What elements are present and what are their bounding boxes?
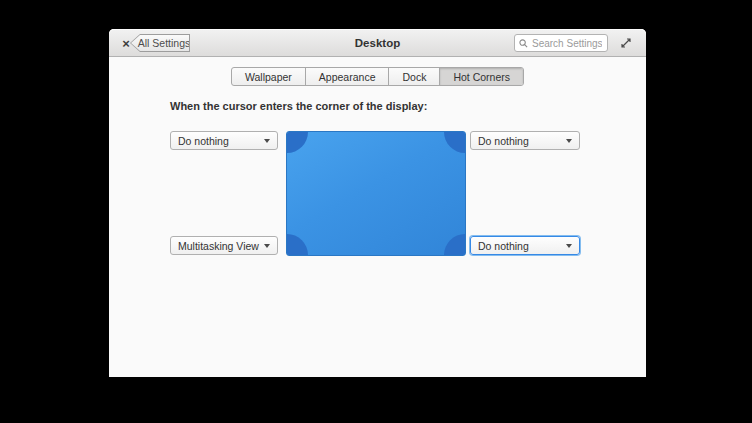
display-preview [286,131,466,256]
search-icon [519,39,528,48]
hot-corner-indicator-bottom-left [286,234,308,256]
tab-dock[interactable]: Dock [389,68,440,85]
dropdown-value: Do nothing [478,240,529,252]
chevron-down-icon [566,244,572,248]
bottom-right-corner-dropdown[interactable]: Do nothing [470,236,580,255]
chevron-down-icon [566,139,572,143]
tab-appearance[interactable]: Appearance [306,68,390,85]
search-field[interactable] [514,34,608,52]
dropdown-value: Do nothing [478,135,529,147]
settings-window: × All Settings Desktop Wallpaper [109,29,646,377]
tab-bar: Wallpaper Appearance Dock Hot Corners [109,67,646,86]
hot-corner-indicator-bottom-right [444,234,466,256]
hot-corners-heading: When the cursor enters the corner of the… [170,100,427,112]
dropdown-value: Multitasking View [178,240,259,252]
headerbar: × All Settings Desktop [109,29,646,57]
bottom-left-corner-dropdown[interactable]: Multitasking View [170,236,278,255]
top-left-corner-dropdown[interactable]: Do nothing [170,131,278,150]
chevron-down-icon [264,244,270,248]
search-input[interactable] [532,38,602,49]
top-right-corner-dropdown[interactable]: Do nothing [470,131,580,150]
chevron-down-icon [264,139,270,143]
hot-corner-indicator-top-right [444,131,466,153]
hot-corner-indicator-top-left [286,131,308,153]
tab-wallpaper[interactable]: Wallpaper [232,68,306,85]
maximize-icon[interactable] [618,29,634,57]
tab-hot-corners[interactable]: Hot Corners [440,68,523,85]
dropdown-value: Do nothing [178,135,229,147]
